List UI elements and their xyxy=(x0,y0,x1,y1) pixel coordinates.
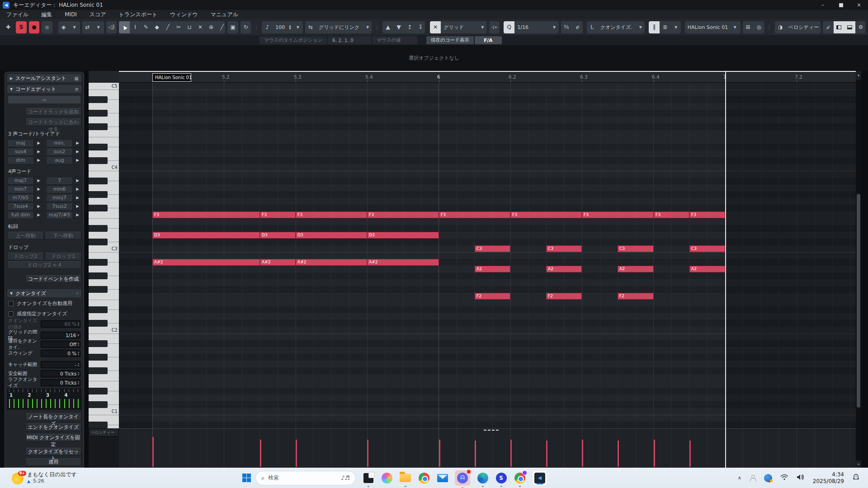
stepper-icon[interactable]: ▴▾ xyxy=(78,342,79,347)
insert-velocity-stepper[interactable]: ▲▼ xyxy=(288,24,292,30)
copilot-icon[interactable] xyxy=(381,472,393,484)
midi-note[interactable]: C3 xyxy=(546,245,582,252)
hidden-icons-chevron[interactable]: ∧ xyxy=(738,475,741,481)
maximize-button[interactable] xyxy=(832,0,850,10)
play-chord-icon[interactable]: ▶ xyxy=(35,185,42,193)
steinberg-icon[interactable]: S xyxy=(495,472,507,484)
quantize-action-button[interactable]: クオンタイズをリセット xyxy=(25,448,81,455)
lane-handle-dashes[interactable] xyxy=(488,430,491,431)
black-key[interactable] xyxy=(89,367,108,374)
midi-note[interactable]: F3 xyxy=(510,211,582,218)
create-chord-event-button[interactable]: コードイベントを作成 xyxy=(25,275,81,283)
quantize-action-button[interactable]: ノート長をクオンタイズ xyxy=(25,413,81,421)
midi-note[interactable]: A#2 xyxy=(296,259,367,266)
velocity-bar[interactable] xyxy=(546,441,547,467)
black-key[interactable] xyxy=(89,306,108,313)
search-box[interactable]: ⌕ 検索 ♪♬ xyxy=(255,471,356,485)
velocity-bar[interactable] xyxy=(618,441,619,467)
move-up-icon[interactable]: ↥ xyxy=(404,21,415,33)
tetrad-minj7[interactable]: minj7 xyxy=(46,194,73,202)
black-key[interactable] xyxy=(89,157,108,164)
menu-item-4[interactable]: トランスポート xyxy=(119,11,158,19)
velocity-bar[interactable] xyxy=(475,441,476,467)
nudge-up-icon[interactable]: ▲ xyxy=(382,21,393,33)
velocity-bar[interactable] xyxy=(510,440,512,467)
menu-item-6[interactable]: マニュアル xyxy=(211,11,238,19)
velocity-lane-label[interactable]: ベロシティー xyxy=(89,428,119,436)
tool-glue-icon[interactable]: ⊔ xyxy=(184,21,195,33)
step-input-icon[interactable]: ‖ xyxy=(649,21,660,33)
scrollbar-thumb[interactable] xyxy=(857,194,860,408)
inversion-button[interactable]: 下へ移動 xyxy=(45,232,81,239)
midi-note[interactable]: A2 xyxy=(689,266,725,272)
black-key[interactable] xyxy=(89,205,108,211)
triad-sus4[interactable]: sus4 xyxy=(7,148,34,156)
black-key[interactable] xyxy=(89,340,108,347)
event-colors-select[interactable]: ベロシティー xyxy=(786,24,821,31)
play-chord-icon[interactable]: ▶ xyxy=(35,139,42,147)
pin-editor-icon[interactable]: ✚ xyxy=(3,21,14,33)
quantize-action-button[interactable]: 適用 xyxy=(25,458,81,466)
midi-note[interactable]: F3 xyxy=(654,211,689,218)
editor-display-caret[interactable]: ▼ xyxy=(69,21,80,33)
midi-note[interactable]: A2 xyxy=(618,266,654,272)
part-selector[interactable]: HALion Sonic 01 xyxy=(685,24,730,30)
play-chord-icon[interactable]: ▶ xyxy=(74,148,81,156)
quantize-action-button[interactable]: エンドをクオンタイズ xyxy=(25,423,81,431)
velocity-bar[interactable] xyxy=(296,440,297,467)
accessibility-icon[interactable] xyxy=(750,475,756,481)
solo-editor-button[interactable]: S xyxy=(16,21,27,33)
quantize-preset-caret[interactable]: ▼ xyxy=(549,21,559,33)
zoom-in-button[interactable]: + xyxy=(856,460,861,468)
acoustic-feedback-icon[interactable]: ◉ xyxy=(42,21,52,33)
vertical-scrollbar[interactable]: ▾ + xyxy=(856,71,861,468)
black-key[interactable] xyxy=(89,96,108,103)
start-button[interactable] xyxy=(242,474,251,482)
velocity-lane[interactable] xyxy=(119,428,856,468)
quantize-q-icon[interactable]: Q xyxy=(504,21,514,33)
menu-item-5[interactable]: ウィンドウ xyxy=(170,11,198,19)
velocity-bar[interactable] xyxy=(260,440,261,467)
midi-note[interactable]: A#2 xyxy=(152,259,260,266)
quantize-row-value[interactable]: Off▴▾ xyxy=(41,341,80,348)
midi-note[interactable]: F2 xyxy=(546,293,582,300)
tetrad-maj7#5[interactable]: maj7/#5 xyxy=(46,211,73,219)
midi-input-icon[interactable]: ≣ xyxy=(660,21,670,33)
section-scale-assistant[interactable]: ▶ スケールアシスタント ▦ xyxy=(7,74,81,82)
play-chord-icon[interactable]: ▶ xyxy=(74,177,81,185)
open-in-lower-zone-icon[interactable]: ⇙ xyxy=(823,21,834,33)
quantize-row-value[interactable]: 0 Ticks▴▾ xyxy=(41,379,80,386)
link-grid-label[interactable]: グリッドにリンク xyxy=(316,24,362,31)
section-quantize[interactable]: ▼ クオンタイズ ⌕ xyxy=(7,289,81,297)
insert-velocity-caret[interactable]: ▼ xyxy=(292,21,303,33)
midi-note[interactable]: A2 xyxy=(546,266,582,272)
black-key[interactable] xyxy=(89,286,108,293)
tool-trim-icon[interactable]: ╱ xyxy=(162,21,173,33)
link-grid-caret[interactable]: ▼ xyxy=(362,21,372,33)
triad-aug[interactable]: aug xyxy=(46,156,73,164)
add-chord-track-button[interactable]: コードトラックを追加 xyxy=(25,108,81,116)
stepper-icon[interactable]: ▴▾ xyxy=(78,351,79,356)
tool-draw-icon[interactable]: ✎ xyxy=(141,21,151,33)
tetrad-min7[interactable]: min7 xyxy=(7,185,34,193)
stepper-icon[interactable]: ▴▾ xyxy=(78,362,79,367)
cubase-taskbar-icon[interactable]: ◀ xyxy=(532,470,547,486)
tool-object-selection-icon[interactable]: ▲ xyxy=(119,21,130,33)
tetrad-maj7[interactable]: maj7 xyxy=(7,177,34,185)
record-in-editor-button[interactable]: ● xyxy=(29,21,40,33)
drop-button[interactable]: ドロップ3 xyxy=(45,253,81,260)
midi-note[interactable]: D3 xyxy=(260,232,296,239)
midi-note[interactable]: F2 xyxy=(618,293,654,300)
midi-note[interactable]: D3 xyxy=(296,232,367,239)
tool-line-icon[interactable]: ╱ xyxy=(217,21,225,33)
quantize-row-value[interactable]: 0 Ticks▴▾ xyxy=(41,370,80,377)
chrome-icon[interactable] xyxy=(418,472,430,484)
play-chord-icon[interactable]: ▶ xyxy=(35,211,42,219)
menu-item-2[interactable]: MIDI xyxy=(65,11,77,18)
quantize-preset-select[interactable]: 1/16 xyxy=(514,24,549,30)
lane-handle-dashes[interactable] xyxy=(496,430,499,431)
quantize-row-value[interactable]: 0 %▴▾ xyxy=(41,350,80,357)
chrome-profile-icon[interactable] xyxy=(514,472,526,484)
match-chord-track-button[interactable]: コードトラックに合わせる xyxy=(25,118,81,126)
inversion-button[interactable]: 上へ移動 xyxy=(7,232,44,239)
